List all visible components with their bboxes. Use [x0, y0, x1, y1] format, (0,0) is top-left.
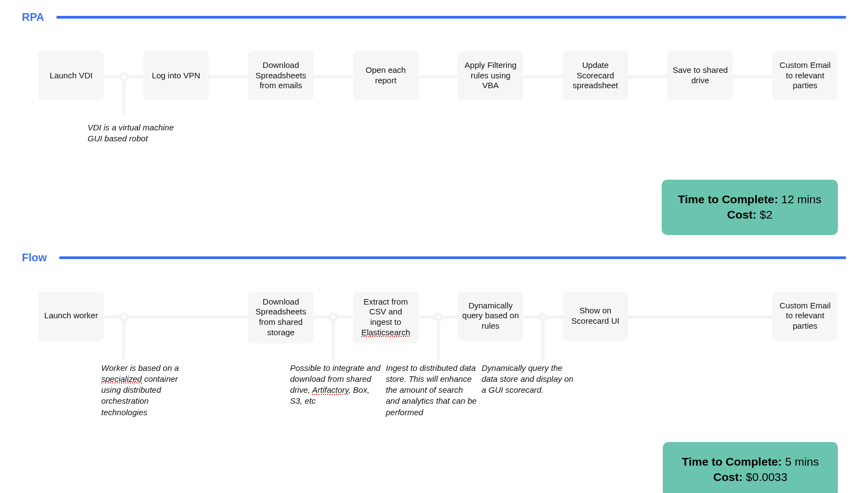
flow-rule	[59, 256, 846, 259]
rpa-note-vdi: VDI is a virtual machine GUI based robot	[88, 122, 181, 145]
rpa-step-vpn: Log into VPN	[143, 51, 209, 100]
flow-step-launch-worker: Launch worker	[38, 291, 104, 341]
flow-section: Flow Launch worker Download Spreadsheets…	[22, 251, 846, 493]
rpa-result-card: Time to Complete: 12 mins Cost: $2	[662, 180, 838, 235]
flow-timeline: Launch worker Download Spreadsheets from…	[38, 291, 838, 464]
flow-step-extract: Extract from CSV and ingest to Elasticse…	[353, 291, 419, 343]
flow-cost-value: $0.0033	[746, 471, 788, 483]
flow-label: Flow	[22, 251, 47, 264]
flow-step-empty-2	[667, 291, 733, 343]
flow-step-email: Custom Email to relevant parties	[772, 291, 838, 341]
rpa-time-label: Time to Complete:	[678, 193, 778, 205]
rpa-label: RPA	[22, 11, 44, 24]
flow-header: Flow	[22, 251, 846, 264]
rpa-timeline: Launch VDI VDI is a virtual machine GUI …	[38, 51, 838, 100]
flow-notes-region: Worker is based on a specialized contain…	[38, 343, 838, 464]
rpa-step-open-report: Open each report	[353, 51, 419, 100]
rpa-steps: Launch VDI VDI is a virtual machine GUI …	[38, 51, 838, 100]
rpa-step-download: Download Spreadsheets from emails	[248, 51, 314, 100]
flow-steps: Launch worker Download Spreadsheets from…	[38, 291, 838, 343]
rpa-step-save: Save to shared drive	[667, 51, 733, 100]
flow-connector-3	[314, 291, 353, 343]
rpa-header: RPA	[22, 11, 846, 24]
flow-connector-5	[523, 291, 563, 343]
flow-cost-label: Cost:	[713, 471, 743, 483]
flow-step-query: Dynamically query based on rules	[458, 291, 523, 341]
flow-connector-4	[419, 291, 458, 343]
flow-note-worker: Worker is based on a specialized contain…	[101, 363, 194, 418]
rpa-step-email: Custom Email to relevant parties	[772, 51, 838, 100]
flow-step-extract-es: Elasticsearch	[361, 328, 410, 337]
rpa-cost-label: Cost:	[727, 208, 756, 221]
flow-step-extract-pre: Extract from CSV and ingest to	[363, 297, 408, 327]
rpa-time-value: 12 mins	[781, 193, 821, 205]
flow-note-download: Possible to integrate and download from …	[290, 363, 383, 407]
flow-step-scorecard-ui: Show on Scorecard UI	[563, 291, 628, 341]
flow-note-query: Dynamically query the data store and dis…	[482, 363, 575, 396]
rpa-connector-1: VDI is a virtual machine GUI based robot	[104, 51, 143, 100]
rpa-cost-value: $2	[760, 208, 772, 221]
rpa-step-filter-vba: Apply Filtering rules using VBA	[458, 51, 523, 100]
flow-step-download: Download Spreadsheets from shared storag…	[248, 291, 314, 343]
flow-note-ingest: Ingest to distributed data store. This w…	[386, 363, 479, 418]
rpa-section: RPA Launch VDI VDI is a virtual machine …	[22, 11, 846, 235]
rpa-step-launch-vdi: Launch VDI	[38, 51, 104, 100]
rpa-rule	[56, 16, 846, 19]
flow-connector-1	[104, 291, 143, 343]
flow-step-empty-1	[143, 291, 209, 343]
rpa-step-update-scorecard: Update Scorecard spreadsheet	[563, 51, 628, 100]
